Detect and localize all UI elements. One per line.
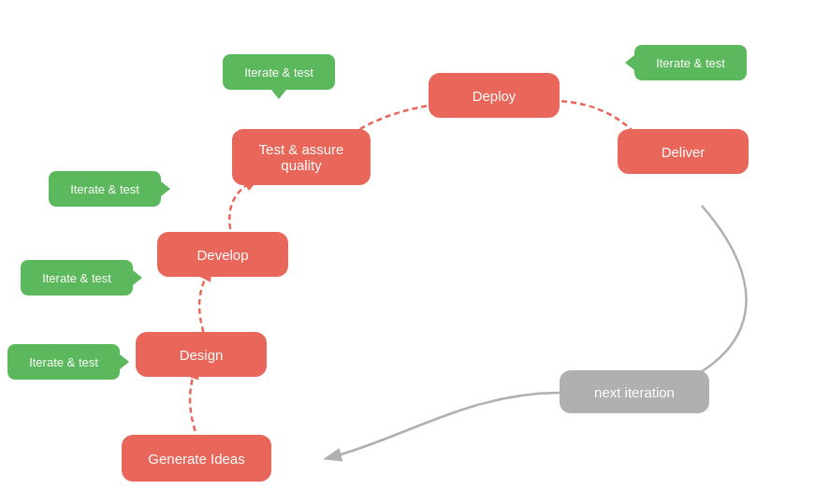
develop-node: Develop xyxy=(157,232,288,277)
iterate-bubble-4: Iterate & test xyxy=(7,344,120,380)
iterate-bubble-1: Iterate & test xyxy=(223,54,335,90)
deploy-node: Deploy xyxy=(429,73,560,118)
test-assure-node: Test & assure quality xyxy=(232,129,371,185)
design-node: Design xyxy=(136,332,267,377)
diagram-container: Generate Ideas Design Develop Test & ass… xyxy=(0,0,815,504)
next-iteration-node: next iteration xyxy=(560,370,709,413)
iterate-bubble-3: Iterate & test xyxy=(21,260,133,295)
generate-ideas-node: Generate Ideas xyxy=(122,435,271,482)
iterate-bubble-2: Iterate & test xyxy=(49,171,161,207)
iterate-bubble-5: Iterate & test xyxy=(634,45,747,80)
deliver-node: Deliver xyxy=(618,129,749,174)
